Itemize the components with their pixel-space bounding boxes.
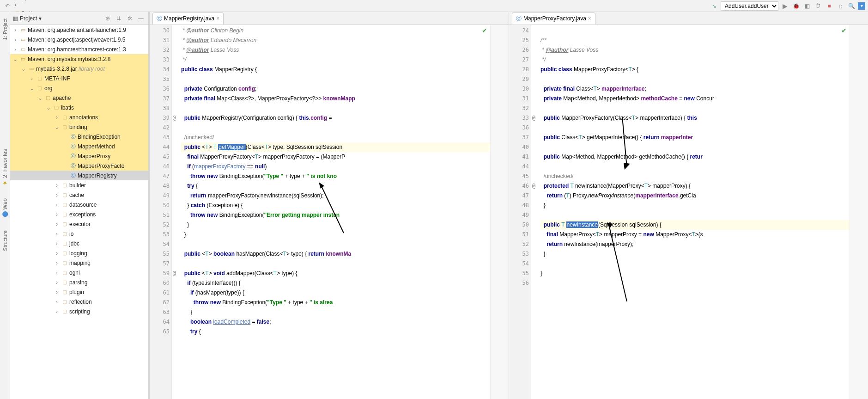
editor-right: ⓒMapperProxyFactory.java × 2425262728293… <box>509 12 868 399</box>
navigation-bar: ▫ mybatis-3.2.8-sources.jar〉▢ org〉▢ apac… <box>0 0 868 12</box>
run-icon[interactable]: ▶ <box>780 1 789 11</box>
project-panel-title[interactable]: ▦ Project ▾ <box>13 15 101 22</box>
left-gutter: 1: Project ★ 2: Favorites ⬤ Web Structur… <box>0 12 10 399</box>
run-config-select[interactable]: AddUser.addUser <box>721 1 778 11</box>
tree-item[interactable]: ›▢scripting <box>10 307 148 316</box>
structure-tool-button[interactable]: Structure <box>2 227 8 255</box>
vcs-icon[interactable]: ⎌ <box>836 1 845 11</box>
tab-mapper-proxy-factory[interactable]: ⓒMapperProxyFactory.java × <box>512 12 595 25</box>
more-icon[interactable]: ▾ <box>858 2 865 10</box>
settings-icon[interactable]: ✲ <box>125 15 134 22</box>
project-panel: ▦ Project ▾ ⊕ ⇊ ✲ — ›▭Maven: org.apache.… <box>10 12 150 399</box>
locate-icon[interactable]: ⊕ <box>103 15 112 22</box>
tree-item[interactable]: ›▢builder <box>10 180 148 190</box>
tree-item[interactable]: ›▢cache <box>10 190 148 200</box>
favorites-tool-button[interactable]: ★ 2: Favorites <box>2 145 8 190</box>
tree-item[interactable]: ›▢reflection <box>10 297 148 307</box>
profile-icon[interactable]: ⏱ <box>813 1 823 11</box>
editor-tabs-left: ⓒMapperRegistry.java × <box>150 12 509 25</box>
tree-item[interactable]: ›▢plugin <box>10 287 148 297</box>
hide-icon[interactable]: — <box>136 15 146 22</box>
tree-item[interactable]: ›▭Maven: org.apache.ant:ant-launcher:1.9 <box>10 25 148 35</box>
breadcrumb-item[interactable]: ▢ apache <box>14 0 82 1</box>
search-icon[interactable]: 🔍 <box>847 1 856 11</box>
tree-item[interactable]: ⌄▢ibatis <box>10 103 148 112</box>
coverage-icon[interactable]: ◧ <box>802 1 812 11</box>
minimap[interactable] <box>850 25 868 399</box>
tree-item[interactable]: ›▢annotations <box>10 112 148 122</box>
tree-item[interactable]: ›▢mapping <box>10 258 148 268</box>
editor-left: ⓒMapperRegistry.java × 30313233343536373… <box>150 12 509 399</box>
tree-item[interactable]: ›▢logging <box>10 248 148 258</box>
tab-mapper-registry[interactable]: ⓒMapperRegistry.java × <box>152 12 224 25</box>
editor-content-left[interactable]: 3031323334353637383942434445464748495051… <box>150 25 509 399</box>
tree-item[interactable]: ⓒMapperProxy <box>10 151 148 161</box>
stop-icon[interactable]: ■ <box>825 1 834 11</box>
tree-item[interactable]: ⌄▭mybatis-3.2.8.jar library root <box>10 64 148 74</box>
tree-item[interactable]: ›▢datasource <box>10 200 148 209</box>
tree-item[interactable]: ›▢executor <box>10 219 148 229</box>
close-icon[interactable]: × <box>216 15 219 22</box>
tree-item[interactable]: ⌄▭Maven: org.mybatis:mybatis:3.2.8 <box>10 54 148 64</box>
collapse-icon[interactable]: ⇊ <box>114 15 123 22</box>
tree-item[interactable]: ›▢ognl <box>10 268 148 277</box>
close-icon[interactable]: × <box>588 15 591 22</box>
tab-label: MapperProxyFactory.java <box>523 15 586 22</box>
tab-label: MapperRegistry.java <box>164 15 214 22</box>
build-icon[interactable]: ↘ <box>710 1 719 11</box>
tree-item[interactable]: ⓒMapperRegistry <box>10 171 148 180</box>
tree-item[interactable]: ⓒBindingException <box>10 132 148 141</box>
editor-content-right[interactable]: 2425262728293031323336374041444546474849… <box>509 25 868 399</box>
tree-item[interactable]: ›▢exceptions <box>10 209 148 219</box>
web-tool-button[interactable]: ⬤ Web <box>2 195 8 221</box>
tree-item[interactable]: ›▢META-INF <box>10 74 148 83</box>
editor-tabs-right: ⓒMapperProxyFactory.java × <box>509 12 868 25</box>
tree-item[interactable]: ›▢io <box>10 229 148 239</box>
tree-item[interactable]: ⌄▢apache <box>10 93 148 103</box>
tree-item[interactable]: ›▢parsing <box>10 277 148 287</box>
project-tree[interactable]: ›▭Maven: org.apache.ant:ant-launcher:1.9… <box>10 25 148 399</box>
tree-item[interactable]: ⓒMapperMethod <box>10 141 148 151</box>
tree-item[interactable]: ⌄▢binding <box>10 122 148 132</box>
project-panel-header: ▦ Project ▾ ⊕ ⇊ ✲ — <box>10 12 148 25</box>
project-tool-button[interactable]: 1: Project <box>2 15 8 43</box>
tree-item[interactable]: ›▭Maven: org.aspectj:aspectjweaver:1.9.5 <box>10 35 148 44</box>
tree-item[interactable]: ›▭Maven: org.hamcrest:hamcrest-core:1.3 <box>10 44 148 54</box>
tree-item[interactable]: ›▢jdbc <box>10 239 148 248</box>
inspection-ok-icon: ✔ <box>841 27 847 34</box>
back-icon[interactable] <box>3 1 12 11</box>
debug-icon[interactable]: 🐞 <box>791 1 801 11</box>
inspection-ok-icon: ✔ <box>482 27 487 34</box>
tree-item[interactable]: ⌄▢org <box>10 83 148 93</box>
tree-item[interactable]: ⓒMapperProxyFacto <box>10 161 148 171</box>
minimap[interactable] <box>490 25 509 399</box>
